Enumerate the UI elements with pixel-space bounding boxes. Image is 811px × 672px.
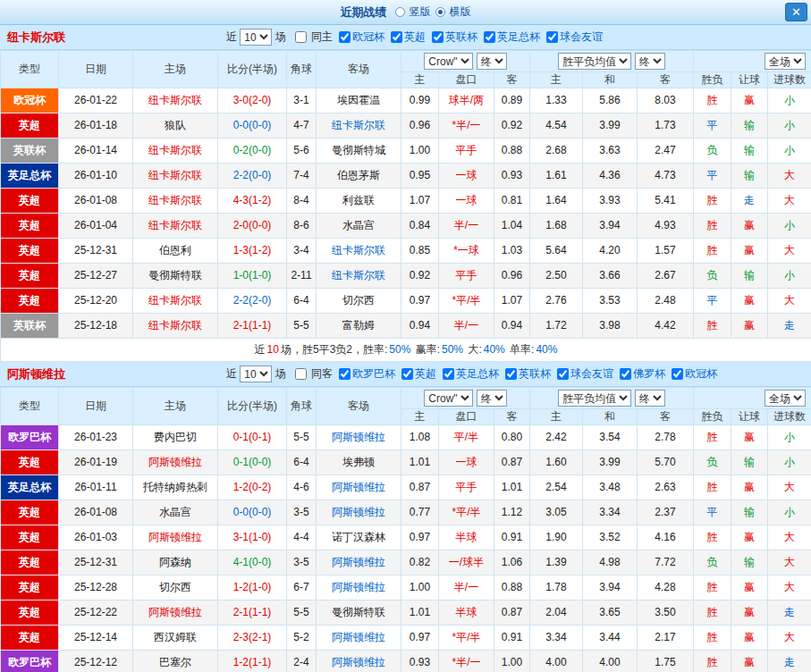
away-team[interactable]: 伯恩茅斯	[317, 164, 401, 189]
away-team[interactable]: 埃弗顿	[317, 450, 401, 475]
competition-checkbox[interactable]	[672, 368, 683, 380]
away-team[interactable]: 纽卡斯尔联	[317, 113, 401, 139]
competition-checkbox[interactable]	[484, 31, 495, 43]
match-date: 25-12-14	[59, 626, 133, 651]
competition-checkbox[interactable]	[432, 31, 444, 43]
home-team[interactable]: 阿斯顿维拉	[133, 525, 218, 550]
ah-line: 半球	[439, 601, 494, 626]
away-team[interactable]: 富勒姆	[317, 314, 401, 339]
home-team[interactable]: 水晶宫	[133, 500, 218, 525]
final-odds-select[interactable]: 终	[635, 390, 665, 407]
final-odds-select[interactable]: 终	[477, 390, 507, 407]
ah-home-odds: 1.00	[401, 139, 439, 164]
layout-radio-horizontal-label[interactable]: 横版	[450, 4, 471, 20]
avg-odds-select[interactable]: 胜平负均值	[558, 390, 631, 407]
competition-filter[interactable]: 球会友谊	[546, 30, 603, 43]
ah-line: 平手	[439, 475, 494, 500]
competition-filter[interactable]: 英联杯	[432, 30, 477, 43]
competition-checkbox[interactable]	[401, 368, 413, 380]
company-select[interactable]: Crow"	[424, 53, 473, 70]
home-team[interactable]: 托特纳姆热刺	[133, 475, 218, 500]
same-venue-filter[interactable]: 同主	[295, 29, 333, 45]
home-team[interactable]: 曼彻斯特联	[133, 264, 218, 289]
match-count-select[interactable]: 10	[240, 365, 272, 382]
home-team[interactable]: 阿斯顿维拉	[133, 450, 218, 475]
home-team[interactable]: 纽卡斯尔联	[133, 88, 218, 113]
same-venue-checkbox[interactable]	[295, 31, 307, 43]
result-goals: 小	[768, 214, 811, 239]
competition-filter[interactable]: 英联杯	[505, 367, 551, 380]
away-team[interactable]: 阿斯顿维拉	[317, 425, 401, 450]
competition-filter[interactable]: 欧罗巴杯	[339, 367, 395, 380]
away-team[interactable]: 阿斯顿维拉	[317, 651, 401, 672]
layout-radio-horizontal[interactable]	[435, 7, 445, 17]
home-team[interactable]: 阿斯顿维拉	[133, 601, 218, 626]
competition-filter[interactable]: 欧冠杯	[339, 30, 384, 43]
competition-checkbox[interactable]	[557, 368, 569, 380]
match-count-select[interactable]: 10	[240, 29, 272, 46]
final-odds-select[interactable]: 终	[635, 53, 665, 70]
summary-segment: 50%	[389, 343, 410, 356]
competition-checkbox[interactable]	[546, 31, 558, 43]
scope-select[interactable]: 全场	[765, 390, 806, 407]
competition-filter[interactable]: 佛罗杯	[620, 367, 665, 380]
competition-checkbox[interactable]	[391, 31, 402, 43]
team-section-header: 阿斯顿维拉 近 10 场 同客 欧罗巴杯英超英足总杯英联杯球会友谊佛罗杯欧冠杯	[0, 362, 811, 387]
corner-score: 4-7	[287, 113, 317, 139]
same-venue-checkbox[interactable]	[295, 368, 307, 380]
away-team[interactable]: 阿斯顿维拉	[317, 500, 401, 525]
competition-filter[interactable]: 欧冠杯	[672, 367, 717, 380]
home-team[interactable]: 阿森纳	[133, 550, 218, 575]
competition-filter[interactable]: 英足总杯	[484, 30, 540, 43]
home-team[interactable]: 伯恩利	[133, 239, 218, 264]
ah-home-odds: 1.01	[401, 450, 439, 475]
away-team[interactable]: 切尔西	[317, 289, 401, 314]
competition-filter[interactable]: 英超	[401, 367, 436, 380]
away-team[interactable]: 阿斯顿维拉	[317, 626, 401, 651]
home-team[interactable]: 纽卡斯尔联	[133, 289, 218, 314]
away-team[interactable]: 利兹联	[317, 189, 401, 214]
home-team[interactable]: 纽卡斯尔联	[133, 189, 218, 214]
competition-checkbox[interactable]	[339, 368, 351, 380]
away-team[interactable]: 水晶宫	[317, 214, 401, 239]
result-handicap: 赢	[731, 314, 768, 339]
scope-select[interactable]: 全场	[765, 53, 806, 70]
competition-checkbox[interactable]	[620, 368, 631, 380]
home-team[interactable]: 纽卡斯尔联	[133, 314, 218, 339]
away-team[interactable]: 曼彻斯特城	[317, 139, 401, 164]
away-team[interactable]: 阿斯顿维拉	[317, 475, 401, 500]
home-team[interactable]: 狼队	[133, 113, 218, 139]
home-team[interactable]: 纽卡斯尔联	[133, 139, 218, 164]
competition-filter[interactable]: 球会友谊	[557, 367, 613, 380]
final-odds-select[interactable]: 终	[477, 53, 507, 70]
away-team[interactable]: 阿斯顿维拉	[317, 575, 401, 601]
away-team[interactable]: 纽卡斯尔联	[317, 264, 401, 289]
company-select[interactable]: Crow"	[424, 390, 473, 407]
home-team[interactable]: 西汉姆联	[133, 626, 218, 651]
home-team[interactable]: 纽卡斯尔联	[133, 214, 218, 239]
competition-checkbox[interactable]	[443, 368, 454, 380]
competition-filter[interactable]: 英足总杯	[443, 367, 499, 380]
home-team[interactable]: 巴塞尔	[133, 651, 218, 672]
col-score: 比分(半场)	[218, 51, 287, 88]
home-team[interactable]: 纽卡斯尔联	[133, 164, 218, 189]
competition-checkbox[interactable]	[505, 368, 517, 380]
home-team[interactable]: 切尔西	[133, 575, 218, 601]
avg-odds-select[interactable]: 胜平负均值	[558, 53, 631, 70]
away-team[interactable]: 诺丁汉森林	[317, 525, 401, 550]
result-wdl: 平	[694, 500, 731, 525]
competition-checkbox[interactable]	[339, 31, 351, 43]
same-venue-filter[interactable]: 同客	[295, 366, 333, 382]
home-team[interactable]: 费内巴切	[133, 425, 218, 450]
away-team[interactable]: 纽卡斯尔联	[317, 239, 401, 264]
close-button[interactable]: ✕	[785, 3, 807, 21]
result-goals: 大	[768, 164, 811, 189]
competition-filter[interactable]: 英超	[391, 30, 426, 43]
layout-radio-vertical-label[interactable]: 竖版	[410, 4, 431, 20]
away-team[interactable]: 埃因霍温	[317, 88, 401, 113]
result-wdl: 胜	[694, 314, 731, 339]
result-wdl: 胜	[694, 239, 731, 264]
away-team[interactable]: 曼彻斯特联	[317, 601, 401, 626]
layout-radio-vertical[interactable]	[395, 7, 405, 17]
away-team[interactable]: 阿斯顿维拉	[317, 550, 401, 575]
